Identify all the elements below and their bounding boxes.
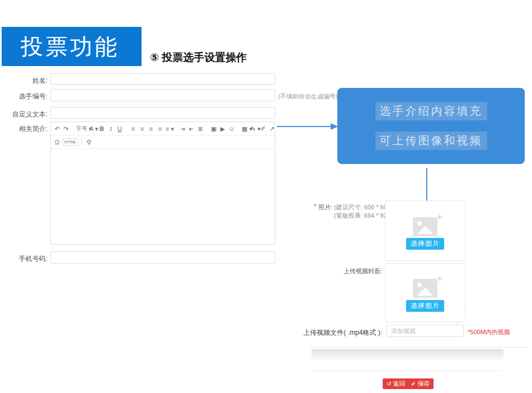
annotation-callout: 选手介绍内容填充 可上传图像和视频 [337, 88, 525, 164]
save-button[interactable]: ✔ 保存 [407, 378, 434, 389]
editor-content-area[interactable] [51, 149, 275, 244]
insert-image-icon[interactable]: ▣ [210, 123, 217, 135]
rich-text-editor[interactable]: ↶↷字号 ▾A ▾BIU≡≡≡≡≡ ▾⇥⇤≣▣▶☺▦ ▾✎ ▾✐↗ ΩHTML⚲ [50, 121, 275, 245]
divider-line [311, 371, 503, 371]
divider-line [311, 347, 529, 348]
align-justify-icon[interactable]: ≡ [157, 123, 163, 135]
check-icon: ✔ [411, 381, 416, 387]
section-banner: 投票功能 [2, 27, 142, 66]
name-label: 姓名: [0, 76, 48, 86]
custom-text-input[interactable] [50, 107, 275, 119]
name-input[interactable] [50, 73, 275, 85]
align-center-icon[interactable]: ≡ [139, 123, 145, 135]
video-file-input[interactable] [386, 325, 464, 337]
toolbar-separator [82, 138, 82, 146]
video-file-label: 上传视频文件( .mp4格式 ): [291, 328, 382, 338]
choose-video-cover-button[interactable]: 选择图片 [406, 300, 444, 312]
photo-label: 照片: [318, 203, 332, 212]
video-size-note: *500M内的视频 [468, 328, 510, 336]
callout-line1: 选手介绍内容填充 [375, 102, 487, 120]
photo-size-hints: (建议尺寸: 600 * 600) (竖版投票: 694 * 926) [334, 203, 393, 220]
collapsed-panel-bar [312, 349, 503, 360]
redo-icon[interactable]: ↷ [63, 123, 69, 135]
photo-hint-line1: (建议尺寸: 600 * 600) [334, 203, 393, 212]
underline-button[interactable]: U [116, 123, 123, 135]
italic-button[interactable]: I [107, 123, 114, 135]
brush-button[interactable]: ✎ ▾ [251, 123, 257, 135]
image-placeholder-icon: + [413, 217, 437, 236]
zoom-icon[interactable]: ⚲ [86, 136, 92, 148]
page: 投票功能 ⑤ 投票选手设置操作 姓名: 选手编号: (不填则自动生成编号) 自定… [0, 0, 532, 393]
attach-icon[interactable]: ✐ [260, 123, 266, 135]
font-size-select[interactable]: 字号 ▾ [76, 123, 83, 135]
outdent-icon[interactable]: ⇤ [188, 123, 195, 135]
list-button[interactable]: ≡ ▾ [166, 123, 172, 135]
plus-mark: + [437, 212, 442, 223]
sun-dot [417, 283, 422, 287]
mountain-shape [417, 226, 433, 234]
undo-icon[interactable]: ↶ [54, 123, 60, 135]
phone-input[interactable] [50, 251, 275, 264]
photo-hint-line2: (竖版投票: 694 * 926) [334, 212, 393, 220]
html-source-button[interactable]: HTML [63, 138, 78, 146]
editor-toolbar-row2: ΩHTML⚲ [51, 135, 275, 149]
table-button[interactable]: ▦ ▾ [242, 123, 248, 135]
custom-text-label: 自定义文本: [0, 110, 48, 119]
insert-video-icon[interactable]: ▶ [219, 123, 226, 135]
page-title: ⑤ 投票选手设置操作 [150, 50, 247, 65]
back-button-label: 返回 [393, 380, 405, 388]
save-button-label: 保存 [417, 380, 430, 388]
player-number-input[interactable] [50, 89, 275, 101]
special-char-icon[interactable]: Ω [54, 136, 60, 148]
back-button[interactable]: ↺ 返回 [383, 378, 409, 389]
callout-line2: 可上传图像和视频 [375, 132, 487, 150]
arrow-right-annotation [277, 122, 338, 131]
player-number-label: 选手编号: [0, 92, 48, 101]
player-number-note: (不填则自动生成编号) [278, 92, 337, 101]
choose-photo-button[interactable]: 选择图片 [406, 238, 444, 250]
font-color-button[interactable]: A ▾ [90, 123, 96, 135]
video-cover-label: 上传视频封面: [313, 267, 382, 275]
bold-button[interactable]: B [98, 123, 105, 135]
line-height-icon[interactable]: ≣ [197, 123, 204, 135]
required-asterisk: * [314, 203, 317, 210]
mountain-shape [417, 288, 433, 296]
editor-toolbar-row1: ↶↷字号 ▾A ▾BIU≡≡≡≡≡ ▾⇥⇤≣▣▶☺▦ ▾✎ ▾✐↗ [51, 122, 275, 135]
emoji-icon[interactable]: ☺ [228, 123, 235, 135]
plus-mark: + [437, 273, 442, 284]
align-left-icon[interactable]: ≡ [130, 123, 136, 135]
banner-title: 投票功能 [21, 31, 119, 62]
fullscreen-icon[interactable]: ↗ [269, 123, 275, 135]
intro-label: 相关简介: [0, 124, 48, 134]
align-right-icon[interactable]: ≡ [148, 123, 154, 135]
image-placeholder-icon: + [413, 279, 437, 298]
sun-dot [417, 221, 422, 226]
indent-icon[interactable]: ⇥ [179, 123, 186, 135]
back-arrow-icon: ↺ [387, 381, 391, 387]
phone-label: 手机号码: [0, 254, 48, 264]
